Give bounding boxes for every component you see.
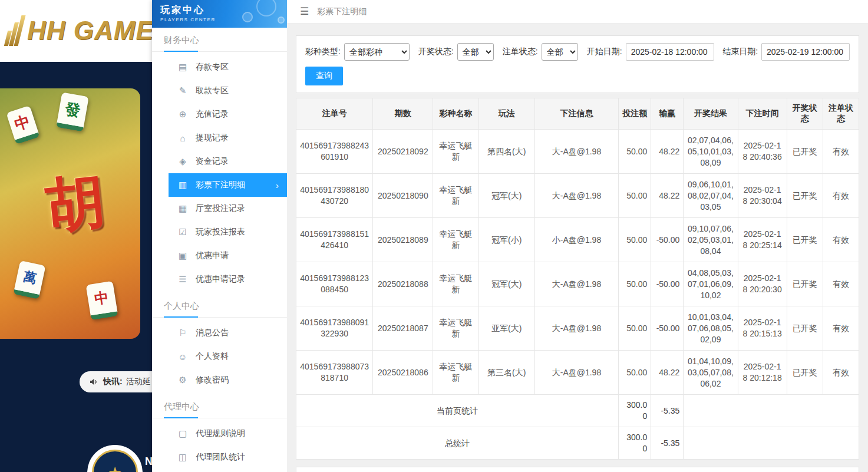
sidebar-item-个人资料[interactable]: ☺个人资料 — [169, 345, 287, 368]
start-date-input[interactable] — [626, 43, 714, 61]
recharge-record-icon: ⊕ — [177, 109, 189, 120]
table-cell: 已开奖 — [787, 306, 823, 351]
table-cell: 已开奖 — [787, 130, 823, 174]
sidebar-item-修改密码[interactable]: ⚙修改密码 — [169, 368, 287, 392]
table-cell: 2025-02-18 20:40:36 — [738, 130, 787, 174]
table-cell: 幸运飞艇新 — [433, 130, 478, 174]
sidebar-item-消息公告[interactable]: ⚐消息公告 — [169, 321, 287, 345]
summary-cell: 300.00 — [619, 427, 651, 460]
sidebar-item-代理团队统计[interactable]: ◫代理团队统计 — [169, 445, 287, 469]
speaker-icon — [89, 377, 98, 387]
table-cell: 50.00 — [619, 262, 651, 306]
table-row: 40156917398807381871020250218086幸运飞艇新第三名… — [296, 351, 859, 395]
summary-cell: 当前页统计 — [296, 395, 619, 427]
site-header: HH GAME — [0, 0, 152, 62]
withdrawal-record-icon: ⌂ — [177, 133, 189, 143]
news-ticker: 快讯: 活动延 — [80, 371, 152, 392]
lottery-type-label: 彩种类型: — [305, 47, 341, 57]
table-cell: 已开奖 — [787, 174, 823, 218]
sidebar-item-彩票下注明细[interactable]: ▥彩票下注明细› — [169, 173, 287, 197]
sidebar-item-label: 个人资料 — [196, 351, 229, 362]
table-cell: 50.00 — [619, 130, 651, 174]
table-cell: 2025-02-18 20:12:18 — [738, 351, 787, 395]
table-cell: 09,06,10,01,08,02,07,04,03,05 — [684, 174, 738, 218]
lottery-type-select[interactable]: 全部彩种 — [344, 43, 410, 61]
table-cell: 已开奖 — [787, 218, 823, 262]
promo-apply-record-icon: ☰ — [177, 274, 189, 285]
table-cell: 大-A盘@1.98 — [534, 262, 618, 306]
sidebar-item-提现记录[interactable]: ⌂提现记录 — [169, 126, 287, 150]
sidebar-item-存款专区[interactable]: ▤存款专区 — [169, 55, 287, 79]
agent-team-stats-icon: ◫ — [177, 452, 189, 463]
table-cell: 冠军(小) — [478, 218, 534, 262]
table-cell: 大-A盘@1.98 — [534, 351, 618, 395]
mahjong-tile: 中 — [6, 105, 39, 144]
table-cell: 幸运飞艇新 — [433, 351, 478, 395]
sidebar-item-充值记录[interactable]: ⊕充值记录 — [169, 103, 287, 126]
sidebar-section-heading: 个人中心 — [152, 301, 287, 318]
table-cell: 09,10,07,06,02,05,03,01,08,04 — [684, 218, 738, 262]
bets-table: 注单号期数彩种名称玩法下注信息投注额输赢开奖结果下注时间开奖状态注单状态 401… — [296, 98, 859, 460]
content-topbar: ☰ 彩票下注明细 — [287, 0, 868, 24]
table-cell: 401569173988091322930 — [296, 306, 373, 351]
sidebar-subtitle: PLAYERS CENTER — [160, 17, 287, 22]
withdraw-icon: ✎ — [177, 85, 189, 96]
sidebar-sections: 财务中心▤存款专区✎取款专区⊕充值记录⌂提现记录◈资金记录▥彩票下注明细›▦厅室… — [152, 35, 287, 471]
logo-text: HH GAME — [27, 15, 152, 46]
sidebar-item-label: 优惠申请 — [196, 250, 229, 261]
table-cell: 2025-02-18 20:25:14 — [738, 218, 787, 262]
deposit-icon: ▤ — [177, 62, 189, 72]
table-cell: 大-A盘@1.98 — [534, 130, 618, 174]
table-cell: 2025-02-18 20:20:30 — [738, 262, 787, 306]
table-cell: 50.00 — [619, 218, 651, 262]
sidebar-item-label: 厅室投注记录 — [196, 203, 245, 214]
sidebar-item-优惠申请[interactable]: ▣优惠申请 — [169, 244, 287, 268]
site-logo: HH GAME — [6, 15, 152, 46]
funds-record-icon: ◈ — [177, 156, 189, 167]
column-header: 输赢 — [651, 98, 684, 130]
sidebar-item-label: 修改密码 — [196, 375, 229, 385]
table-cell: 有效 — [823, 306, 859, 351]
summary-cell: 总统计 — [296, 427, 619, 460]
sidebar-item-label: 代理规则说明 — [196, 428, 245, 439]
sidebar-item-优惠申请记录[interactable]: ☰优惠申请记录 — [169, 268, 287, 291]
sidebar-item-label: 存款专区 — [196, 62, 229, 72]
change-password-icon: ⚙ — [177, 375, 189, 385]
background-site: HH GAME 中 發 萬 中 胡 快讯: 活动延 ★ N — [0, 0, 152, 472]
draw-status-select[interactable]: 全部 — [457, 43, 494, 61]
sidebar-item-玩家投注报表[interactable]: ☑玩家投注报表 — [169, 220, 287, 244]
table-cell: 有效 — [823, 130, 859, 174]
sidebar-item-label: 充值记录 — [196, 109, 229, 120]
column-header: 注单号 — [296, 98, 373, 130]
query-button[interactable]: 查询 — [305, 67, 343, 85]
table-cell: 401569173988073818710 — [296, 351, 373, 395]
sidebar-item-label: 提现记录 — [196, 133, 229, 143]
table-cell: 第三名(大) — [478, 351, 534, 395]
table-cell: 幸运飞艇新 — [433, 174, 478, 218]
mahjong-tile: 發 — [56, 92, 89, 131]
player-bet-report-icon: ☑ — [177, 227, 189, 237]
sidebar-item-label: 玩家投注报表 — [196, 227, 245, 237]
table-cell: 冠军(大) — [478, 262, 534, 306]
menu-toggle-icon[interactable]: ☰ — [300, 5, 309, 18]
column-header: 开奖状态 — [787, 98, 823, 130]
sidebar-item-label: 消息公告 — [196, 328, 229, 338]
mahjong-tile: 中 — [86, 281, 118, 320]
table-cell: -50.00 — [651, 262, 684, 306]
column-header: 彩种名称 — [433, 98, 478, 130]
table-row: 40156917398815142641020250218089幸运飞艇新冠军(… — [296, 218, 859, 262]
sidebar-item-资金记录[interactable]: ◈资金记录 — [169, 150, 287, 173]
sidebar-item-label: 资金记录 — [196, 156, 229, 167]
table-cell: 20250218089 — [373, 218, 433, 262]
bet-status-select[interactable]: 全部 — [542, 43, 579, 61]
end-date-label: 结束日期: — [722, 47, 758, 57]
table-cell: 第四名(大) — [478, 130, 534, 174]
table-cell: 401569173988180430720 — [296, 174, 373, 218]
table-row: 40156917398824360191020250218092幸运飞艇新第四名… — [296, 130, 859, 174]
table-row: 40156917398818043072020250218090幸运飞艇新冠军(… — [296, 174, 859, 218]
sidebar-item-厅室投注记录[interactable]: ▦厅室投注记录 — [169, 197, 287, 220]
end-date-input[interactable] — [761, 43, 850, 61]
sidebar-item-取款专区[interactable]: ✎取款专区 — [169, 79, 287, 103]
sidebar-item-代理规则说明[interactable]: ▢代理规则说明 — [169, 422, 287, 445]
summary-cell — [684, 395, 859, 427]
